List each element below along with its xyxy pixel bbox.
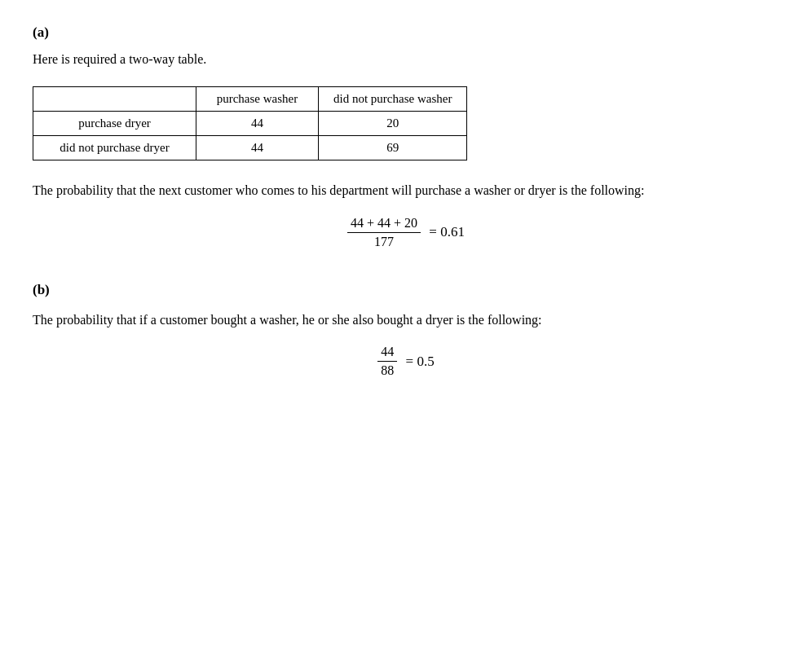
section-b-label: (b): [33, 282, 779, 298]
section-a-intro: Here is required a two-way table.: [33, 52, 779, 67]
row-label-did-not-purchase-dryer: did not purchase dryer: [33, 136, 196, 160]
section-a-fraction: 44 + 44 + 20 177: [347, 216, 421, 249]
section-b-formula: 44 88 = 0.5: [33, 345, 779, 378]
section-b-result: = 0.5: [406, 354, 435, 370]
section-a-paragraph: The probability that the next customer w…: [33, 180, 779, 201]
section-a-denominator: 177: [347, 233, 421, 249]
table-row-did-not-purchase-dryer: did not purchase dryer 44 69: [33, 136, 467, 160]
col-header-did-not-purchase-washer: did not purchase washer: [319, 87, 467, 112]
section-b: (b) The probability that if a customer b…: [33, 282, 779, 379]
section-a-formula: 44 + 44 + 20 177 = 0.61: [33, 216, 779, 249]
cell-did-not-purchase-dryer-purchase-washer: 44: [196, 136, 319, 160]
cell-purchase-dryer-purchase-washer: 44: [196, 112, 319, 136]
col-header-purchase-washer: purchase washer: [196, 87, 319, 112]
section-a-label: (a): [33, 24, 779, 41]
cell-purchase-dryer-did-not-purchase-washer: 20: [319, 112, 467, 136]
section-a: (a) Here is required a two-way table. pu…: [33, 24, 779, 249]
section-b-paragraph: The probability that if a customer bough…: [33, 310, 779, 331]
table-row-purchase-dryer: purchase dryer 44 20: [33, 112, 467, 136]
cell-did-not-purchase-dryer-did-not-purchase-washer: 69: [319, 136, 467, 160]
row-label-purchase-dryer: purchase dryer: [33, 112, 196, 136]
section-a-result: = 0.61: [429, 224, 465, 240]
section-a-numerator: 44 + 44 + 20: [347, 216, 421, 233]
table-header-row: purchase washer did not purchase washer: [33, 87, 467, 112]
section-b-numerator: 44: [377, 345, 397, 362]
section-b-denominator: 88: [377, 362, 397, 378]
two-way-table: purchase washer did not purchase washer …: [33, 86, 467, 160]
section-b-fraction: 44 88: [377, 345, 397, 378]
empty-header-cell: [33, 87, 196, 112]
